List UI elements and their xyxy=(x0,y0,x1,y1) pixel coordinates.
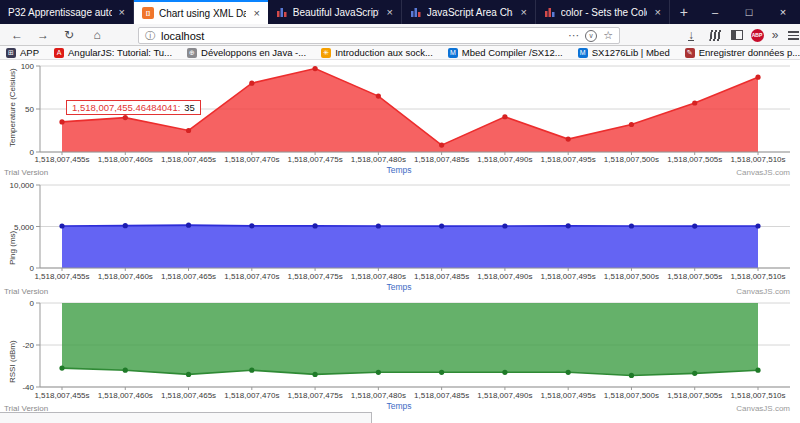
trial-version-label: Trial Version xyxy=(4,168,48,177)
sidebar-icon[interactable] xyxy=(728,27,746,43)
data-point-marker[interactable] xyxy=(376,223,381,228)
page-content: Temperature (Celsius) Temps Trial Versio… xyxy=(0,60,800,423)
data-point-marker[interactable] xyxy=(249,81,254,86)
tab-area-charts[interactable]: JavaScript Area Charts & Graph × xyxy=(402,0,536,24)
tab-close-icon[interactable]: × xyxy=(518,6,528,18)
bookmark-star-icon[interactable]: ☆ xyxy=(603,29,613,42)
data-point-marker[interactable] xyxy=(692,371,697,376)
chart-favicon-icon xyxy=(410,6,422,18)
tab-color-docs[interactable]: color - Sets the Color of Data S × xyxy=(536,0,670,24)
data-point-marker[interactable] xyxy=(755,223,760,228)
data-point-marker[interactable] xyxy=(502,223,507,228)
mbed-icon: M xyxy=(448,48,458,58)
data-point-marker[interactable] xyxy=(629,122,634,127)
data-point-marker[interactable] xyxy=(439,223,444,228)
data-point-marker[interactable] xyxy=(59,366,64,371)
menu-icon[interactable] xyxy=(784,27,800,43)
x-tick-label: 1,518,007,470s xyxy=(219,272,285,281)
data-point-marker[interactable] xyxy=(59,119,64,124)
bookmark-item[interactable]: ⊕Développons en Java -... xyxy=(187,47,306,58)
data-point-marker[interactable] xyxy=(312,223,317,228)
ping-plot[interactable] xyxy=(0,178,800,273)
data-point-marker[interactable] xyxy=(312,372,317,377)
page-actions-icon[interactable]: ⋯ xyxy=(568,29,579,42)
x-tick-label: 1,518,007,455s xyxy=(29,272,95,281)
overflow-icon[interactable]: » xyxy=(766,27,784,43)
data-point-marker[interactable] xyxy=(123,115,128,120)
url-bar[interactable]: ⓘ localhost ⋯ ∨ ☆ xyxy=(138,27,620,44)
tab-bar: P32 Apprentissage automatique po × [] Ch… xyxy=(0,0,800,24)
close-button[interactable]: × xyxy=(766,0,800,24)
data-point-marker[interactable] xyxy=(59,223,64,228)
canvasjs-credit-link[interactable]: CanvasJS.com xyxy=(736,404,790,413)
data-point-marker[interactable] xyxy=(249,223,254,228)
data-point-marker[interactable] xyxy=(629,223,634,228)
data-point-marker[interactable] xyxy=(186,223,191,228)
tab-beautiful-charts[interactable]: Beautiful JavaScript Charts & G × xyxy=(268,0,402,24)
data-point-marker[interactable] xyxy=(312,66,317,71)
x-tick-label: 1,518,007,460s xyxy=(92,272,158,281)
data-point-marker[interactable] xyxy=(502,114,507,119)
home-button[interactable]: ⌂ xyxy=(88,27,106,43)
data-point-marker[interactable] xyxy=(692,223,697,228)
data-point-marker[interactable] xyxy=(186,128,191,133)
x-tick-label: 1,518,007,455s xyxy=(29,391,95,400)
adblock-icon[interactable]: ABP xyxy=(748,27,766,43)
bookmark-item[interactable]: AAngularJS: Tutorial: Tu... xyxy=(54,47,172,58)
canvasjs-credit-link[interactable]: CanvasJS.com xyxy=(736,168,790,177)
x-tick-label: 1,518,007,490s xyxy=(472,272,538,281)
rssi-plot[interactable] xyxy=(0,292,800,392)
data-point-marker[interactable] xyxy=(755,75,760,80)
forward-button[interactable]: → xyxy=(34,27,52,43)
data-point-marker[interactable] xyxy=(692,100,697,105)
back-button[interactable]: ← xyxy=(8,27,26,43)
x-tick-label: 1,518,007,465s xyxy=(156,391,222,400)
tab-close-icon[interactable]: × xyxy=(117,6,127,18)
maximize-button[interactable]: □ xyxy=(732,0,766,24)
data-point-marker[interactable] xyxy=(123,368,128,373)
data-point-marker[interactable] xyxy=(123,223,128,228)
data-point-marker[interactable] xyxy=(249,368,254,373)
data-point-marker[interactable] xyxy=(755,368,760,373)
bookmark-label: Introduction aux sock... xyxy=(335,47,433,58)
library-icon[interactable] xyxy=(706,27,724,43)
tab-p32[interactable]: P32 Apprentissage automatique po × xyxy=(0,0,134,24)
x-tick-label: 1,518,007,510s xyxy=(725,391,791,400)
chart-ping: Ping (ms) Temps Trial Version CanvasJS.c… xyxy=(0,178,800,292)
bookmarks-toolbar: ⊞APPAAngularJS: Tutorial: Tu...⊕Développ… xyxy=(0,46,800,60)
x-tick-label: 1,518,007,505s xyxy=(662,391,728,400)
reload-button[interactable]: ↻ xyxy=(60,27,78,43)
y-tick-label: 10,000 xyxy=(6,181,34,190)
url-text[interactable]: localhost xyxy=(161,30,562,42)
data-point-marker[interactable] xyxy=(502,370,507,375)
data-point-marker[interactable] xyxy=(629,373,634,378)
data-point-marker[interactable] xyxy=(566,370,571,375)
data-point-marker[interactable] xyxy=(186,372,191,377)
x-tick-label: 1,518,007,495s xyxy=(535,155,601,164)
bookmark-item[interactable]: ✎Enregistrer données p... xyxy=(685,47,800,58)
globe-icon: ⊕ xyxy=(187,48,197,58)
tab-close-icon[interactable]: × xyxy=(251,7,261,19)
data-point-marker[interactable] xyxy=(376,94,381,99)
data-point-marker[interactable] xyxy=(566,137,571,142)
site-info-icon[interactable]: ⓘ xyxy=(145,29,155,43)
minimize-button[interactable]: – xyxy=(698,0,732,24)
data-point-marker[interactable] xyxy=(439,370,444,375)
x-axis-title: Temps xyxy=(40,165,758,175)
bookmark-item[interactable]: ⊞APP xyxy=(6,47,39,58)
tab-close-icon[interactable]: × xyxy=(384,6,394,18)
data-point-marker[interactable] xyxy=(376,370,381,375)
bookmark-item[interactable]: MSX1276Lib | Mbed xyxy=(578,47,670,58)
tab-close-icon[interactable]: × xyxy=(652,6,662,18)
data-point-marker[interactable] xyxy=(439,143,444,148)
bookmark-label: Enregistrer données p... xyxy=(699,47,800,58)
tab-chart-xml[interactable]: [] Chart using XML Data × xyxy=(134,0,268,24)
x-tick-label: 1,518,007,480s xyxy=(345,272,411,281)
new-tab-button[interactable]: + xyxy=(670,0,698,24)
data-point-marker[interactable] xyxy=(566,223,571,228)
bookmark-item[interactable]: ✳Introduction aux sock... xyxy=(321,47,433,58)
x-axis-title: Temps xyxy=(40,401,758,411)
download-icon[interactable]: ↓ xyxy=(682,27,700,43)
pocket-icon[interactable]: ∨ xyxy=(585,30,597,42)
bookmark-item[interactable]: MMbed Compiler /SX12... xyxy=(448,47,563,58)
